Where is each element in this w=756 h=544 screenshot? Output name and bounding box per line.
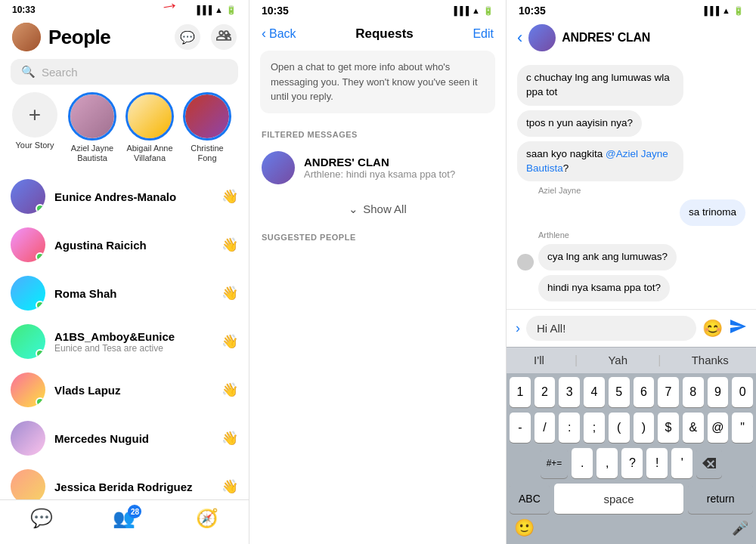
key-space[interactable]: space bbox=[554, 484, 683, 514]
contact-item[interactable]: Jessica Berida Rodriguez 👋 bbox=[0, 462, 249, 499]
show-all-button[interactable]: ⌄ Show All bbox=[249, 192, 506, 227]
key-abc[interactable]: ABC bbox=[510, 484, 550, 514]
message-bubble: hindi nya ksama ppa tot? bbox=[538, 275, 670, 301]
wave-icon: 👋 bbox=[222, 333, 238, 350]
emoji-button[interactable]: 😊 bbox=[702, 319, 723, 338]
key-amp[interactable]: & bbox=[683, 413, 704, 443]
message-bubble: sa trinoma bbox=[680, 199, 745, 226]
key-dash[interactable]: - bbox=[510, 413, 531, 443]
key-4[interactable]: 4 bbox=[584, 377, 605, 407]
add-person-icon bbox=[216, 28, 231, 46]
key-1[interactable]: 1 bbox=[510, 377, 531, 407]
battery-icon: 🔋 bbox=[226, 5, 237, 15]
predict-word-2[interactable]: Yah bbox=[608, 354, 627, 367]
story-avatar-abigail bbox=[125, 92, 174, 141]
chat-header: ‹ ANDRES' CLAN bbox=[507, 20, 756, 59]
key-exclaim[interactable]: ! bbox=[646, 448, 668, 478]
story-item-abigail[interactable]: Abigail Anne Villafana bbox=[124, 92, 175, 163]
status-icons-1: ▐▐▐ ▲ 🔋 bbox=[194, 5, 237, 15]
back-button[interactable]: ‹ Back bbox=[262, 26, 296, 42]
search-icon: 🔍 bbox=[21, 65, 36, 79]
predict-word-3[interactable]: Thanks bbox=[692, 354, 729, 367]
message-row: c chuchay lng ang lumuwas wla ppa tot bbox=[517, 65, 745, 106]
contact-item[interactable]: Eunice Andres-Manalo 👋 bbox=[0, 172, 249, 221]
key-quote[interactable]: " bbox=[732, 413, 753, 443]
story-item-christine[interactable]: Christine Fong bbox=[181, 92, 233, 163]
chat-name: ANDRES' CLAN bbox=[562, 31, 745, 45]
story-item-aziel[interactable]: Aziel Jayne Bautista bbox=[67, 92, 118, 163]
online-indicator bbox=[36, 252, 45, 261]
contact-name: Jessica Berida Rodriguez bbox=[54, 481, 212, 493]
key-return[interactable]: return bbox=[688, 484, 753, 514]
key-apostrophe[interactable]: ' bbox=[671, 448, 692, 478]
key-at[interactable]: @ bbox=[708, 413, 729, 443]
mention-tag: @Aziel Jayne Bautista bbox=[526, 148, 668, 174]
key-question[interactable]: ? bbox=[621, 448, 643, 478]
contact-item[interactable]: Vlads Lapuz 👋 bbox=[0, 366, 249, 414]
key-8[interactable]: 8 bbox=[683, 377, 704, 407]
contact-avatar bbox=[11, 469, 45, 499]
chat-back-button[interactable]: ‹ bbox=[517, 28, 522, 48]
panel-chat: 10:35 ▐▐▐ ▲ 🔋 ‹ ANDRES' CLAN c chuchay l… bbox=[507, 0, 756, 544]
keyboard-mic-icon[interactable]: 🎤 bbox=[732, 520, 748, 536]
expand-icon[interactable]: › bbox=[516, 320, 520, 336]
message-text: saan kyo nagkita @Aziel Jayne Bautista? bbox=[526, 148, 668, 174]
message-row: sa trinoma bbox=[517, 199, 745, 226]
contact-item[interactable]: Mercedes Nuguid 👋 bbox=[0, 414, 249, 462]
contact-name: Eunice Andres-Manalo bbox=[54, 190, 212, 203]
key-hashplus[interactable]: #+= bbox=[541, 448, 569, 478]
header-icon-group: → 💬 bbox=[175, 24, 237, 50]
wave-icon: 👋 bbox=[222, 188, 238, 205]
time-2: 10:35 bbox=[262, 5, 289, 17]
key-dollar[interactable]: $ bbox=[658, 413, 679, 443]
key-3[interactable]: 3 bbox=[559, 377, 580, 407]
chevron-left-icon: ‹ bbox=[262, 26, 266, 42]
key-0[interactable]: 0 bbox=[732, 377, 753, 407]
contact-item[interactable]: A1BS_Amboy&Eunice Eunice and Tesa are ac… bbox=[0, 317, 249, 366]
requests-title: Requests bbox=[355, 26, 414, 42]
your-story-label: Your Story bbox=[9, 141, 60, 150]
chat-input-field[interactable]: Hi All! bbox=[526, 316, 696, 341]
keyboard-emoji-icon[interactable]: 🙂 bbox=[514, 518, 534, 538]
request-message-item[interactable]: ANDRES' CLAN Arthlene: hindi nya ksama p… bbox=[249, 144, 506, 192]
add-story-button[interactable]: + bbox=[12, 92, 57, 138]
key-slash[interactable]: / bbox=[534, 413, 556, 443]
signal-icon-2: ▐▐▐ bbox=[451, 6, 469, 15]
online-indicator bbox=[36, 301, 45, 310]
key-lparen[interactable]: ( bbox=[609, 413, 630, 443]
key-rparen[interactable]: ) bbox=[634, 413, 655, 443]
search-bar[interactable]: 🔍 Search bbox=[11, 59, 238, 85]
tab-discover[interactable]: 🧭 bbox=[196, 508, 218, 529]
people-badge: 28 bbox=[128, 505, 141, 518]
key-colon[interactable]: : bbox=[559, 413, 580, 443]
contact-avatar bbox=[11, 276, 45, 311]
predict-word-1[interactable]: I'll bbox=[534, 354, 544, 367]
send-button[interactable] bbox=[729, 317, 747, 340]
filtered-messages-label: FILTERED MESSAGES bbox=[249, 124, 506, 144]
tab-messages[interactable]: 💬 bbox=[30, 508, 53, 529]
contact-item[interactable]: Agustina Raicich 👋 bbox=[0, 221, 249, 269]
status-bar-2: 10:35 ▐▐▐ ▲ 🔋 bbox=[249, 0, 506, 20]
add-person-button[interactable] bbox=[211, 24, 237, 50]
panel-requests: 10:35 ▐▐▐ ▲ 🔋 ‹ Back Requests Edit Open … bbox=[249, 0, 507, 544]
status-icons-3: ▐▐▐ ▲ 🔋 bbox=[702, 6, 744, 16]
key-delete[interactable] bbox=[696, 448, 722, 478]
story-item-your[interactable]: + Your Story bbox=[9, 92, 60, 163]
contact-list: Eunice Andres-Manalo 👋 Agustina Raicich … bbox=[0, 172, 249, 499]
wifi-icon-3: ▲ bbox=[722, 6, 730, 15]
key-period[interactable]: . bbox=[572, 448, 593, 478]
contact-item[interactable]: Roma Shah 👋 bbox=[0, 269, 249, 317]
key-9[interactable]: 9 bbox=[708, 377, 729, 407]
chat-input-area: › Hi All! 😊 bbox=[507, 309, 756, 347]
edit-button[interactable]: Edit bbox=[472, 27, 494, 41]
key-5[interactable]: 5 bbox=[609, 377, 630, 407]
key-7[interactable]: 7 bbox=[658, 377, 679, 407]
key-comma[interactable]: , bbox=[596, 448, 618, 478]
chat-bubble-button[interactable]: 💬 bbox=[175, 24, 200, 50]
contact-avatar bbox=[11, 324, 45, 359]
key-semicolon[interactable]: ; bbox=[584, 413, 605, 443]
time-1: 10:33 bbox=[12, 5, 36, 15]
key-6[interactable]: 6 bbox=[634, 377, 655, 407]
key-2[interactable]: 2 bbox=[534, 377, 556, 407]
tab-people[interactable]: 👥 28 bbox=[113, 508, 135, 529]
